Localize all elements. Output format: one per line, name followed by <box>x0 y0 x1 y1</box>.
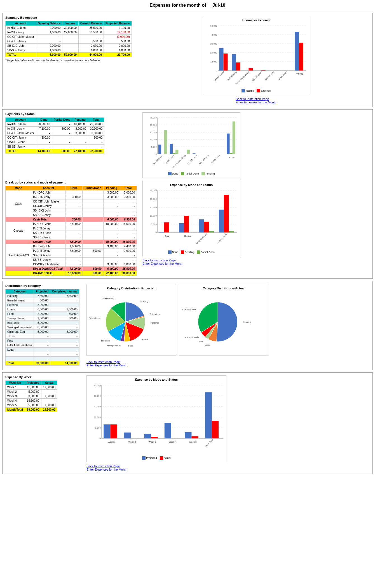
svg-rect-76 <box>164 222 169 233</box>
summary-cell: CC-CITI-Jenny <box>6 39 36 44</box>
legend-done2: Done <box>168 250 178 254</box>
summary-note: * Projected balance of credit card is de… <box>5 59 140 62</box>
breakdown-cell: - <box>66 208 83 213</box>
svg-text:IA-CITI-Jenny: IA-CITI-Jenny <box>227 71 238 81</box>
section1-link-enter[interactable]: Enter Expenses for the Month <box>236 101 276 104</box>
section1-link-back[interactable]: Back to Instruction Page <box>236 97 276 101</box>
payments-cell: 10,900.00 <box>88 127 104 131</box>
subtotal-cell: 15,500.00 <box>120 240 137 244</box>
svg-rect-50 <box>233 122 235 154</box>
weekly-cell: Week 2 <box>6 390 25 394</box>
payments-cell: - <box>72 145 88 149</box>
breakdown-title: Break up by status and mode of payment <box>5 181 140 184</box>
svg-text:Week 1: Week 1 <box>108 441 116 443</box>
svg-rect-19 <box>299 43 303 71</box>
breakdown-cell: - <box>120 258 137 262</box>
svg-text:Housing: Housing <box>243 321 251 323</box>
category-cell: - <box>34 334 50 339</box>
subtotal-cell: 5,500.00 <box>66 240 83 244</box>
svg-rect-49 <box>187 150 190 154</box>
payments-cell: 3,000.00 <box>88 131 104 136</box>
category-cell: 500.00 <box>50 312 79 316</box>
section3-link-enter[interactable]: Enter Expenses for the Month <box>86 364 370 367</box>
breakdown-cell: - <box>66 253 83 258</box>
payments-cell: SB-ICICI-John <box>6 140 36 145</box>
breakdown-cell: IA-CITI-Jenny <box>31 195 65 199</box>
category-cell: Pets <box>6 339 34 343</box>
category-cell: - <box>50 298 79 303</box>
subtotal-cell: Direct Debit/ECS Total <box>31 267 65 271</box>
breakdown-cell: 3,000.00 <box>103 195 120 199</box>
svg-text:Savings/Inve stment: Savings/Inve stment <box>89 317 101 319</box>
svg-text:25,000: 25,000 <box>150 189 157 192</box>
category-cell: 5,000.00 <box>50 330 79 334</box>
section-payments: Payments by Status Account Done Partial-… <box>2 109 373 279</box>
breakdown-cell: CC-CITI-John-Master <box>31 262 65 267</box>
weekly-cell: 1,800.00 <box>41 403 57 408</box>
legend-pending2: Pending <box>181 250 194 254</box>
svg-text:IA-HDFC-John: IA-HDFC-John <box>153 154 163 165</box>
col-opening: Opening Balance <box>36 21 62 26</box>
summary-cell: 22,000.00 <box>62 30 79 35</box>
svg-text:Loans: Loans <box>142 338 148 341</box>
page-title: Expenses for the month of Jul-10 <box>0 0 375 11</box>
breakdown-cell: SB-ICICI-John <box>31 208 65 213</box>
svg-text:27,000: 27,000 <box>94 405 101 408</box>
summary-cell: CC-CITI-John-Master <box>6 35 36 39</box>
legend-income: Income <box>242 89 254 92</box>
breakdown-cell: - <box>120 208 137 213</box>
chart-actual-title: Category Distribution-Actual <box>181 287 266 290</box>
svg-text:10,000: 10,000 <box>150 215 157 217</box>
category-cell: Entertainment <box>6 298 34 303</box>
section2-link-back[interactable]: Back to Instruction Page <box>142 259 183 262</box>
summary-cell: 2,000.00 <box>36 26 62 30</box>
payments-cell: - <box>72 140 88 145</box>
breakdown-cell: - <box>103 226 120 231</box>
section2-link-enter[interactable]: Enter Expenses for the Month <box>142 262 183 265</box>
svg-text:20,000: 20,000 <box>150 198 157 200</box>
breakdown-cell: 3,000.00 <box>103 190 120 195</box>
col-income: Income <box>62 21 79 26</box>
section1-links: Back to Instruction Page Enter Expenses … <box>236 97 276 104</box>
payments-cell: - <box>36 140 52 145</box>
weekly-table: Week No Projected Actual Week 111,800.00… <box>5 380 57 412</box>
summary-cell: 9,100.00 <box>104 26 132 30</box>
breakdown-cell: CC-CITI-John-Master <box>31 199 65 204</box>
svg-text:SB-ICICI-John: SB-ICICI-John <box>199 154 209 165</box>
section3-link-back[interactable]: Back to Instruction Page <box>86 360 370 364</box>
svg-text:Week 3: Week 3 <box>149 441 156 443</box>
svg-text:Week 2: Week 2 <box>128 441 136 443</box>
income-expense-chart: 012,00024,00036,00048,00060,000IA-HDFC-J… <box>205 23 309 87</box>
summary-cell: 30,000.00 <box>62 26 79 30</box>
breakdown-cell <box>82 213 103 217</box>
svg-rect-14 <box>295 32 299 71</box>
section3-title: Distribution by category <box>5 284 84 287</box>
svg-rect-118 <box>185 432 191 438</box>
weekly-cell: 3,800.00 <box>25 394 41 399</box>
section4-link-enter[interactable]: Enter Expenses for the Month <box>86 468 127 471</box>
summary-cell: 15,500.00 <box>78 30 104 35</box>
summary-cell <box>62 48 79 53</box>
payments-cell: IA-HDFC-John <box>6 122 36 127</box>
breakdown-cell: SB-ICICI-John <box>31 231 65 235</box>
subtotal-cell: - <box>82 217 103 222</box>
section4-link-back[interactable]: Back to Instruction Page <box>86 464 127 468</box>
breakdown-cell: - <box>66 199 83 204</box>
breakdown-cell <box>82 222 103 226</box>
weekly-cell: Week 3 <box>6 394 25 399</box>
category-cell: 8,000.00 <box>34 325 50 330</box>
svg-text:45,000: 45,000 <box>94 384 101 387</box>
svg-rect-16 <box>236 62 240 71</box>
grand-total-cell: 13,600.00 <box>66 271 83 276</box>
svg-text:Insurance: Insurance <box>100 340 110 342</box>
svg-rect-115 <box>124 433 131 438</box>
col-projected: Projected Balance <box>104 21 132 26</box>
summary-cell: 44,900.00 <box>78 53 104 57</box>
breakdown-cell: - <box>66 262 83 267</box>
weekly-cell: Month Total <box>6 408 25 412</box>
breakdown-cell: IA-HDFC-John <box>31 222 65 226</box>
category-cell: 300.00 <box>34 298 50 303</box>
breakdown-cell: - <box>66 190 83 195</box>
svg-text:12,000: 12,000 <box>210 61 217 63</box>
svg-text:Transportati on: Transportati on <box>107 344 121 347</box>
